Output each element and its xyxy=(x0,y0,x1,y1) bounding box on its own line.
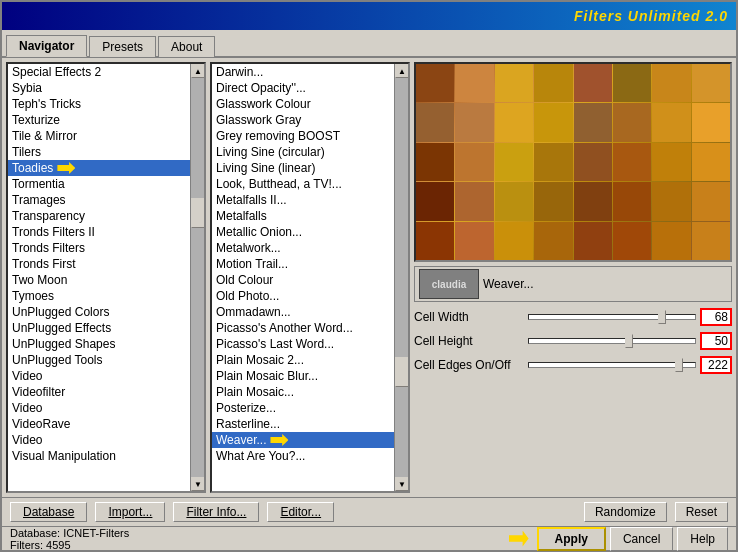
category-item[interactable]: UnPlugged Colors xyxy=(8,304,190,320)
category-item[interactable]: Transparency xyxy=(8,208,190,224)
filter-scroll-up[interactable]: ▲ xyxy=(395,64,409,78)
filter-item[interactable]: Glasswork Colour xyxy=(212,96,394,112)
preview-tile xyxy=(692,182,730,220)
filter-item[interactable]: Living Sine (linear) xyxy=(212,160,394,176)
category-item[interactable]: Tile & Mirror xyxy=(8,128,190,144)
filter-item[interactable]: Metallic Onion... xyxy=(212,224,394,240)
category-item[interactable]: Video xyxy=(8,368,190,384)
category-item[interactable]: UnPlugged Effects xyxy=(8,320,190,336)
filter-item[interactable]: Posterize... xyxy=(212,400,394,416)
tab-navigator[interactable]: Navigator xyxy=(6,35,87,57)
category-item[interactable]: Tormentia xyxy=(8,176,190,192)
category-item[interactable]: Tymoes xyxy=(8,288,190,304)
category-item[interactable]: Tramages xyxy=(8,192,190,208)
tab-about[interactable]: About xyxy=(158,36,215,57)
category-scroll-up[interactable]: ▲ xyxy=(191,64,205,78)
filter-list-container: Darwin...Direct Opacity''...Glasswork Co… xyxy=(210,62,410,493)
database-button[interactable]: Database xyxy=(10,502,87,522)
filter-item[interactable]: Plain Mosaic Blur... xyxy=(212,368,394,384)
apply-button[interactable]: Apply xyxy=(537,527,606,551)
category-scroll-down[interactable]: ▼ xyxy=(191,477,205,491)
tab-presets[interactable]: Presets xyxy=(89,36,156,57)
category-item[interactable]: Two Moon xyxy=(8,272,190,288)
filter-item[interactable]: Picasso's Another Word... xyxy=(212,320,394,336)
preview-tiles xyxy=(416,64,730,260)
category-item[interactable]: Tronds Filters xyxy=(8,240,190,256)
filter-scroll-thumb[interactable] xyxy=(395,357,409,387)
filter-item[interactable]: Living Sine (circular) xyxy=(212,144,394,160)
filter-item[interactable]: Picasso's Last Word... xyxy=(212,336,394,352)
filter-item[interactable]: Look, Butthead, a TV!... xyxy=(212,176,394,192)
category-item[interactable]: Tronds First xyxy=(8,256,190,272)
category-scroll-thumb[interactable] xyxy=(191,198,205,228)
filter-item[interactable]: Glasswork Gray xyxy=(212,112,394,128)
param-slider-2[interactable] xyxy=(528,356,696,374)
preview-tile xyxy=(455,143,493,181)
editor-button[interactable]: Editor... xyxy=(267,502,334,522)
filter-list[interactable]: Darwin...Direct Opacity''...Glasswork Co… xyxy=(212,64,394,491)
randomize-button[interactable]: Randomize xyxy=(584,502,667,522)
preview-tile xyxy=(652,182,690,220)
filter-item[interactable]: Grey removing BOOST xyxy=(212,128,394,144)
category-item[interactable]: UnPlugged Tools xyxy=(8,352,190,368)
preview-tile xyxy=(574,143,612,181)
import-button[interactable]: Import... xyxy=(95,502,165,522)
param-slider-1[interactable] xyxy=(528,332,696,350)
preview-tile xyxy=(613,64,651,102)
filter-item[interactable]: Motion Trail... xyxy=(212,256,394,272)
help-button[interactable]: Help xyxy=(677,527,728,551)
filter-item[interactable]: Plain Mosaic 2... xyxy=(212,352,394,368)
filter-item[interactable]: Ommadawn... xyxy=(212,304,394,320)
slider-thumb-0[interactable] xyxy=(658,310,666,324)
preview-tile xyxy=(416,64,454,102)
category-list-container: Special Effects 2SybiaTeph's TricksTextu… xyxy=(6,62,206,493)
category-item[interactable]: Toadies xyxy=(8,160,190,176)
preview-tile xyxy=(574,103,612,141)
category-item[interactable]: Visual Manipulation xyxy=(8,448,190,464)
category-list[interactable]: Special Effects 2SybiaTeph's TricksTextu… xyxy=(8,64,190,491)
category-item[interactable]: Teph's Tricks xyxy=(8,96,190,112)
preview-area xyxy=(414,62,732,262)
category-item[interactable]: Tronds Filters II xyxy=(8,224,190,240)
preview-tile xyxy=(692,103,730,141)
category-item[interactable]: Video xyxy=(8,400,190,416)
filter-item[interactable]: Rasterline... xyxy=(212,416,394,432)
slider-thumb-2[interactable] xyxy=(675,358,683,372)
slider-thumb-1[interactable] xyxy=(625,334,633,348)
filter-item[interactable]: Old Colour xyxy=(212,272,394,288)
preview-tile xyxy=(534,143,572,181)
category-item[interactable]: Videofilter xyxy=(8,384,190,400)
category-item[interactable]: UnPlugged Shapes xyxy=(8,336,190,352)
preview-tile xyxy=(574,182,612,220)
status-buttons: Apply Cancel Help xyxy=(509,527,728,551)
preview-tile xyxy=(495,143,533,181)
param-slider-0[interactable] xyxy=(528,308,696,326)
filter-item[interactable]: Metalfalls II... xyxy=(212,192,394,208)
preview-tile xyxy=(416,182,454,220)
category-item[interactable]: Sybia xyxy=(8,80,190,96)
filter-scroll-down[interactable]: ▼ xyxy=(395,477,409,491)
filter-item[interactable]: Weaver... xyxy=(212,432,394,448)
category-item[interactable]: Video xyxy=(8,432,190,448)
category-item[interactable]: Texturize xyxy=(8,112,190,128)
category-item[interactable]: VideoRave xyxy=(8,416,190,432)
category-item[interactable]: Tilers xyxy=(8,144,190,160)
filter-item[interactable]: Old Photo... xyxy=(212,288,394,304)
filter-item[interactable]: Plain Mosaic... xyxy=(212,384,394,400)
preview-tile xyxy=(495,103,533,141)
filter-item[interactable]: Metalwork... xyxy=(212,240,394,256)
filter-item[interactable]: What Are You?... xyxy=(212,448,394,464)
reset-button[interactable]: Reset xyxy=(675,502,728,522)
preview-tile xyxy=(652,64,690,102)
filter-item[interactable]: Direct Opacity''... xyxy=(212,80,394,96)
filter-info-button[interactable]: Filter Info... xyxy=(173,502,259,522)
cancel-button[interactable]: Cancel xyxy=(610,527,673,551)
toadies-arrow-icon xyxy=(57,162,75,174)
preview-tile xyxy=(416,143,454,181)
category-scrollbar: ▲ ▼ xyxy=(190,64,204,491)
filter-item[interactable]: Metalfalls xyxy=(212,208,394,224)
filter-item[interactable]: Darwin... xyxy=(212,64,394,80)
weaver-arrow-icon xyxy=(270,434,288,446)
filter-scroll-track xyxy=(395,78,408,477)
category-item[interactable]: Special Effects 2 xyxy=(8,64,190,80)
